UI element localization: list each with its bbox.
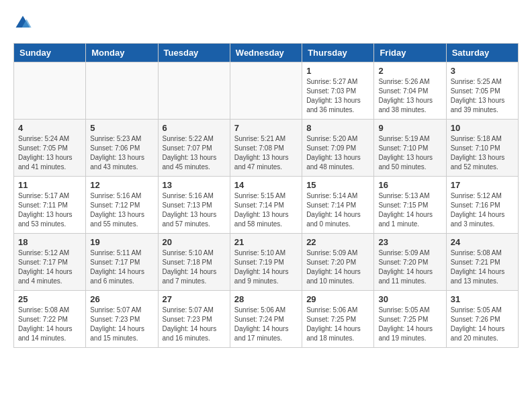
day-number: 26 <box>90 294 153 304</box>
day-info: Sunrise: 5:08 AM Sunset: 7:22 PM Dayligh… <box>18 306 81 343</box>
day-number: 31 <box>451 294 514 304</box>
week-row-4: 18Sunrise: 5:12 AM Sunset: 7:17 PM Dayli… <box>14 234 519 291</box>
header-row: SundayMondayTuesdayWednesdayThursdayFrid… <box>14 44 519 62</box>
day-cell: 19Sunrise: 5:11 AM Sunset: 7:17 PM Dayli… <box>86 234 158 291</box>
day-number: 22 <box>306 237 369 247</box>
day-cell: 12Sunrise: 5:16 AM Sunset: 7:12 PM Dayli… <box>86 177 158 234</box>
day-header-monday: Monday <box>86 44 158 62</box>
day-info: Sunrise: 5:22 AM Sunset: 7:07 PM Dayligh… <box>163 134 226 172</box>
day-number: 27 <box>163 294 226 304</box>
day-cell: 28Sunrise: 5:06 AM Sunset: 7:24 PM Dayli… <box>230 291 302 348</box>
day-number: 7 <box>234 123 298 133</box>
day-cell: 6Sunrise: 5:22 AM Sunset: 7:07 PM Daylig… <box>158 120 230 177</box>
day-cell: 14Sunrise: 5:15 AM Sunset: 7:14 PM Dayli… <box>230 177 302 234</box>
day-cell <box>86 62 158 120</box>
day-info: Sunrise: 5:08 AM Sunset: 7:21 PM Dayligh… <box>451 248 514 286</box>
logo <box>13 13 36 32</box>
day-info: Sunrise: 5:25 AM Sunset: 7:05 PM Dayligh… <box>451 77 514 115</box>
page-header <box>13 13 519 32</box>
day-info: Sunrise: 5:15 AM Sunset: 7:14 PM Dayligh… <box>234 191 298 229</box>
day-cell: 20Sunrise: 5:10 AM Sunset: 7:18 PM Dayli… <box>158 234 230 291</box>
day-header-friday: Friday <box>374 44 446 62</box>
day-cell <box>230 62 302 120</box>
day-cell: 22Sunrise: 5:09 AM Sunset: 7:20 PM Dayli… <box>302 234 374 291</box>
day-number: 29 <box>306 294 369 304</box>
day-info: Sunrise: 5:11 AM Sunset: 7:17 PM Dayligh… <box>90 248 153 286</box>
logo-icon <box>13 13 32 32</box>
day-info: Sunrise: 5:06 AM Sunset: 7:24 PM Dayligh… <box>234 306 298 343</box>
day-header-wednesday: Wednesday <box>230 44 302 62</box>
day-number: 21 <box>234 237 298 247</box>
day-info: Sunrise: 5:24 AM Sunset: 7:05 PM Dayligh… <box>18 134 81 172</box>
day-cell: 4Sunrise: 5:24 AM Sunset: 7:05 PM Daylig… <box>14 120 86 177</box>
day-number: 8 <box>306 123 369 133</box>
day-cell: 13Sunrise: 5:16 AM Sunset: 7:13 PM Dayli… <box>158 177 230 234</box>
day-info: Sunrise: 5:12 AM Sunset: 7:17 PM Dayligh… <box>18 248 81 286</box>
day-info: Sunrise: 5:12 AM Sunset: 7:16 PM Dayligh… <box>451 191 514 229</box>
day-cell: 7Sunrise: 5:21 AM Sunset: 7:08 PM Daylig… <box>230 120 302 177</box>
day-header-sunday: Sunday <box>14 44 86 62</box>
day-info: Sunrise: 5:10 AM Sunset: 7:18 PM Dayligh… <box>163 248 226 286</box>
day-cell: 9Sunrise: 5:19 AM Sunset: 7:10 PM Daylig… <box>374 120 446 177</box>
day-number: 5 <box>90 123 153 133</box>
day-number: 17 <box>451 180 514 190</box>
day-info: Sunrise: 5:17 AM Sunset: 7:11 PM Dayligh… <box>18 191 81 229</box>
day-info: Sunrise: 5:05 AM Sunset: 7:26 PM Dayligh… <box>451 306 514 343</box>
day-cell: 5Sunrise: 5:23 AM Sunset: 7:06 PM Daylig… <box>86 120 158 177</box>
day-number: 3 <box>451 66 514 76</box>
day-info: Sunrise: 5:09 AM Sunset: 7:20 PM Dayligh… <box>378 248 441 286</box>
day-number: 30 <box>378 294 441 304</box>
day-cell: 23Sunrise: 5:09 AM Sunset: 7:20 PM Dayli… <box>374 234 446 291</box>
week-row-1: 1Sunrise: 5:27 AM Sunset: 7:03 PM Daylig… <box>14 62 519 120</box>
day-number: 9 <box>378 123 441 133</box>
day-number: 12 <box>90 180 153 190</box>
day-cell: 24Sunrise: 5:08 AM Sunset: 7:21 PM Dayli… <box>446 234 518 291</box>
day-cell: 17Sunrise: 5:12 AM Sunset: 7:16 PM Dayli… <box>446 177 518 234</box>
day-info: Sunrise: 5:06 AM Sunset: 7:25 PM Dayligh… <box>306 306 369 343</box>
day-info: Sunrise: 5:20 AM Sunset: 7:09 PM Dayligh… <box>306 134 369 172</box>
day-number: 4 <box>18 123 81 133</box>
day-cell: 26Sunrise: 5:07 AM Sunset: 7:23 PM Dayli… <box>86 291 158 348</box>
day-cell: 21Sunrise: 5:10 AM Sunset: 7:19 PM Dayli… <box>230 234 302 291</box>
day-cell: 16Sunrise: 5:13 AM Sunset: 7:15 PM Dayli… <box>374 177 446 234</box>
day-number: 16 <box>378 180 441 190</box>
day-number: 28 <box>234 294 298 304</box>
day-header-tuesday: Tuesday <box>158 44 230 62</box>
day-cell: 30Sunrise: 5:05 AM Sunset: 7:25 PM Dayli… <box>374 291 446 348</box>
day-number: 11 <box>18 180 81 190</box>
day-info: Sunrise: 5:26 AM Sunset: 7:04 PM Dayligh… <box>378 77 441 115</box>
day-info: Sunrise: 5:23 AM Sunset: 7:06 PM Dayligh… <box>90 134 153 172</box>
day-number: 24 <box>451 237 514 247</box>
day-number: 10 <box>451 123 514 133</box>
day-number: 2 <box>378 66 441 76</box>
day-number: 25 <box>18 294 81 304</box>
day-number: 13 <box>163 180 226 190</box>
day-info: Sunrise: 5:14 AM Sunset: 7:14 PM Dayligh… <box>306 191 369 229</box>
day-info: Sunrise: 5:05 AM Sunset: 7:25 PM Dayligh… <box>378 306 441 343</box>
day-info: Sunrise: 5:13 AM Sunset: 7:15 PM Dayligh… <box>378 191 441 229</box>
day-cell: 3Sunrise: 5:25 AM Sunset: 7:05 PM Daylig… <box>446 62 518 120</box>
day-number: 18 <box>18 237 81 247</box>
day-number: 6 <box>163 123 226 133</box>
day-number: 1 <box>306 66 369 76</box>
day-number: 15 <box>306 180 369 190</box>
day-info: Sunrise: 5:19 AM Sunset: 7:10 PM Dayligh… <box>378 134 441 172</box>
day-number: 20 <box>163 237 226 247</box>
calendar-table: SundayMondayTuesdayWednesdayThursdayFrid… <box>13 43 519 348</box>
day-info: Sunrise: 5:21 AM Sunset: 7:08 PM Dayligh… <box>234 134 298 172</box>
day-info: Sunrise: 5:16 AM Sunset: 7:12 PM Dayligh… <box>90 191 153 229</box>
day-number: 23 <box>378 237 441 247</box>
day-header-thursday: Thursday <box>302 44 374 62</box>
week-row-5: 25Sunrise: 5:08 AM Sunset: 7:22 PM Dayli… <box>14 291 519 348</box>
day-number: 14 <box>234 180 298 190</box>
day-info: Sunrise: 5:16 AM Sunset: 7:13 PM Dayligh… <box>163 191 226 229</box>
day-cell: 27Sunrise: 5:07 AM Sunset: 7:23 PM Dayli… <box>158 291 230 348</box>
day-cell: 8Sunrise: 5:20 AM Sunset: 7:09 PM Daylig… <box>302 120 374 177</box>
day-cell <box>158 62 230 120</box>
day-info: Sunrise: 5:09 AM Sunset: 7:20 PM Dayligh… <box>306 248 369 286</box>
day-cell: 15Sunrise: 5:14 AM Sunset: 7:14 PM Dayli… <box>302 177 374 234</box>
week-row-2: 4Sunrise: 5:24 AM Sunset: 7:05 PM Daylig… <box>14 120 519 177</box>
day-cell: 25Sunrise: 5:08 AM Sunset: 7:22 PM Dayli… <box>14 291 86 348</box>
day-cell: 18Sunrise: 5:12 AM Sunset: 7:17 PM Dayli… <box>14 234 86 291</box>
day-header-saturday: Saturday <box>446 44 518 62</box>
